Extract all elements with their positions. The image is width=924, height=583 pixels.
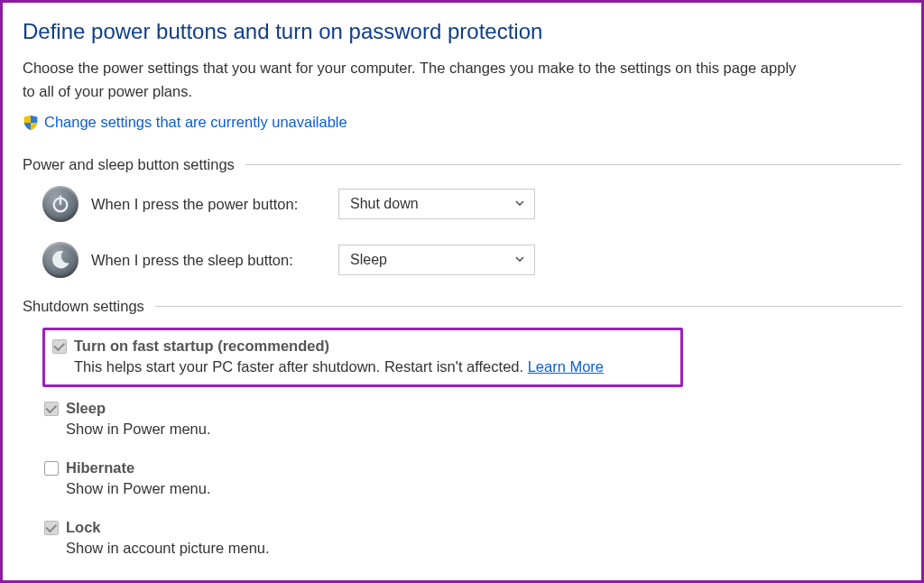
- fast-startup-checkbox[interactable]: [52, 339, 67, 354]
- shield-icon: [23, 115, 39, 131]
- sleep-button-label: When I press the sleep button:: [91, 252, 326, 269]
- power-options-page: Define power buttons and turn on passwor…: [0, 0, 924, 583]
- lock-option-checkbox[interactable]: [44, 521, 59, 535]
- divider: [245, 164, 901, 165]
- hibernate-option-label: Hibernate: [66, 459, 134, 477]
- change-settings-row: Change settings that are currently unava…: [23, 114, 901, 131]
- power-button-action-value: Shut down: [350, 196, 419, 212]
- lock-option-label: Lock: [66, 519, 101, 536]
- hibernate-option-item: Hibernate Show in Power menu.: [42, 456, 901, 503]
- group-shutdown-header: Shutdown settings: [23, 298, 901, 315]
- lock-option-desc: Show in account picture menu.: [66, 540, 900, 557]
- page-title: Define power buttons and turn on passwor…: [23, 19, 901, 44]
- chevron-down-icon: [514, 196, 525, 212]
- fast-startup-desc-text: This helps start your PC faster after sh…: [74, 358, 528, 375]
- group-power-sleep-label: Power and sleep button settings: [23, 156, 245, 173]
- sleep-option-checkbox[interactable]: [44, 402, 59, 416]
- power-icon: [42, 186, 79, 222]
- hibernate-option-desc: Show in Power menu.: [66, 480, 900, 497]
- hibernate-option-checkbox[interactable]: [44, 461, 59, 476]
- divider: [155, 306, 901, 307]
- change-settings-link[interactable]: Change settings that are currently unava…: [44, 114, 347, 131]
- fast-startup-highlight: Turn on fast startup (recommended) This …: [42, 328, 683, 387]
- power-button-row: When I press the power button: Shut down: [42, 186, 901, 222]
- fast-startup-label: Turn on fast startup (recommended): [74, 338, 329, 355]
- page-description: Choose the power settings that you want …: [23, 57, 799, 103]
- sleep-option-desc: Show in Power menu.: [66, 421, 900, 438]
- fast-startup-desc: This helps start your PC faster after sh…: [74, 358, 673, 375]
- power-button-label: When I press the power button:: [91, 196, 326, 213]
- group-shutdown-label: Shutdown settings: [23, 298, 155, 315]
- sleep-button-row: When I press the sleep button: Sleep: [42, 242, 901, 278]
- sleep-option-label: Sleep: [66, 400, 106, 417]
- group-power-sleep-header: Power and sleep button settings: [23, 156, 901, 173]
- shutdown-items: Turn on fast startup (recommended) This …: [42, 328, 901, 562]
- lock-option-item: Lock Show in account picture menu.: [42, 515, 901, 562]
- sleep-button-action-select[interactable]: Sleep: [338, 245, 535, 275]
- sleep-button-action-value: Sleep: [350, 252, 387, 268]
- fast-startup-item: Turn on fast startup (recommended) This …: [52, 338, 673, 375]
- sleep-icon: [42, 242, 79, 278]
- power-button-action-select[interactable]: Shut down: [338, 189, 535, 219]
- learn-more-link[interactable]: Learn More: [528, 358, 604, 375]
- sleep-option-item: Sleep Show in Power menu.: [42, 396, 901, 443]
- chevron-down-icon: [514, 252, 525, 268]
